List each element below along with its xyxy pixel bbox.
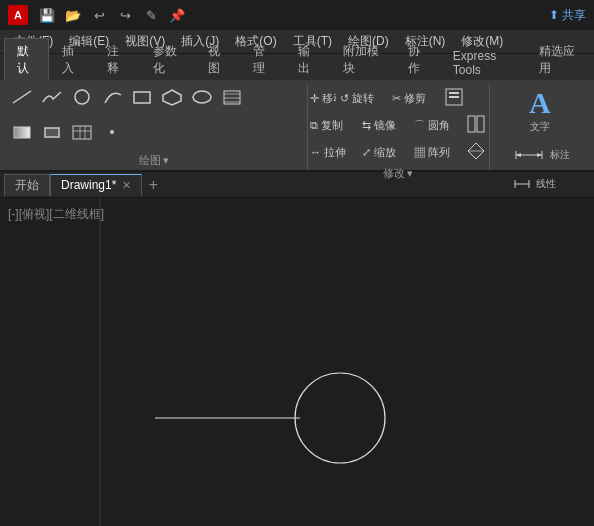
svg-marker-35 <box>537 153 542 157</box>
arc-tool-icon[interactable] <box>98 84 126 110</box>
ribbon-content: 绘图 ▾ ✛ 移动 ↺ 旋转 ✂ 修剪 <box>0 80 594 170</box>
linear-dim-tool[interactable] <box>510 171 534 197</box>
tab-default[interactable]: 默认 <box>4 38 49 81</box>
drawing-canvas[interactable] <box>0 198 594 526</box>
move-tool[interactable]: ✛ 移动 <box>308 84 336 110</box>
svg-rect-26 <box>477 116 484 132</box>
circle-tool-icon[interactable] <box>68 84 96 110</box>
table-tool-icon[interactable] <box>68 119 96 145</box>
ribbon: 默认 插入 注释 参数化 视图 管理 输出 附加模块 协作 Express To… <box>0 54 594 172</box>
svg-point-4 <box>193 91 211 103</box>
svg-marker-34 <box>516 153 521 157</box>
text-tool[interactable]: A 文字 <box>518 84 562 138</box>
doc-tab-drawing1[interactable]: Drawing1* ✕ <box>50 174 142 196</box>
modify-group-label[interactable]: 修改 ▾ <box>383 164 413 183</box>
undo-icon[interactable]: ↩ <box>88 4 110 26</box>
mod-icon2[interactable] <box>464 111 488 137</box>
dimension-label: 标注 <box>550 148 570 162</box>
dimension-tool[interactable] <box>510 142 548 168</box>
tab-express-tools[interactable]: Express Tools <box>440 44 526 81</box>
mirror-tool[interactable]: ⇆ 镜像 <box>360 111 410 137</box>
save-icon[interactable]: 💾 <box>36 4 58 26</box>
drawn-circle <box>295 373 385 463</box>
array-tool[interactable]: ▦ 阵列 <box>412 138 462 164</box>
svg-point-15 <box>110 130 114 134</box>
rect-tool-icon[interactable] <box>128 84 156 110</box>
ribbon-group-draw: 绘图 ▾ <box>4 84 308 170</box>
ellipse-tool-icon[interactable] <box>188 84 216 110</box>
tab-parametric[interactable]: 参数化 <box>140 38 195 81</box>
stretch-tool[interactable]: ↔ 拉伸 <box>308 138 358 164</box>
tab-annotate[interactable]: 注释 <box>94 38 139 81</box>
hatch-tool-icon[interactable] <box>218 84 246 110</box>
edit-icon[interactable]: ✎ <box>140 4 162 26</box>
svg-rect-11 <box>73 126 91 139</box>
svg-text:⧉ 复制: ⧉ 复制 <box>310 119 343 131</box>
doc-tab-start[interactable]: 开始 <box>4 174 50 196</box>
draw-group-chevron: ▾ <box>163 154 169 167</box>
svg-rect-25 <box>468 116 475 132</box>
tab-manage[interactable]: 管理 <box>240 38 285 81</box>
tab-featured[interactable]: 精选应用 <box>526 38 590 81</box>
rotate-tool[interactable]: ↺ 旋转 <box>338 84 388 110</box>
app-logo[interactable]: A <box>8 5 28 25</box>
open-icon[interactable]: 📂 <box>62 4 84 26</box>
tab-collaborate[interactable]: 协作 <box>395 38 440 81</box>
share-icon: ⬆ <box>549 8 559 22</box>
tab-addon[interactable]: 附加模块 <box>330 38 394 81</box>
svg-text:▦ 阵列: ▦ 阵列 <box>414 146 450 158</box>
svg-rect-10 <box>45 128 59 137</box>
gradient-tool-icon[interactable] <box>8 119 36 145</box>
copy-tool[interactable]: ⧉ 复制 <box>308 111 358 137</box>
ribbon-tabs: 默认 插入 注释 参数化 视图 管理 输出 附加模块 协作 Express To… <box>0 54 594 80</box>
prop-tool[interactable] <box>442 84 466 110</box>
svg-point-1 <box>75 90 89 104</box>
region-tool-icon[interactable] <box>38 119 66 145</box>
tab-output[interactable]: 输出 <box>285 38 330 81</box>
tab-view[interactable]: 视图 <box>195 38 240 81</box>
doc-tab-close-button[interactable]: ✕ <box>122 179 131 192</box>
polygon-tool-icon[interactable] <box>158 84 186 110</box>
view-label: [-][俯视][二维线框] <box>8 206 104 223</box>
svg-text:✛ 移动: ✛ 移动 <box>310 92 336 104</box>
line-tool-icon[interactable] <box>8 84 36 110</box>
ribbon-group-text: A 文字 标注 <box>492 84 590 170</box>
mod-icon3[interactable] <box>464 138 488 164</box>
share-button[interactable]: ⬆ 共享 <box>549 7 586 24</box>
doc-tab-add-button[interactable]: + <box>142 174 164 196</box>
canvas-area[interactable]: [-][俯视][二维线框] <box>0 198 594 526</box>
main-layout: [-][俯视][二维线框] <box>0 198 594 526</box>
svg-text:↔ 拉伸: ↔ 拉伸 <box>310 146 346 158</box>
trim-tool[interactable]: ✂ 修剪 <box>390 84 440 110</box>
draw-tools <box>8 84 301 151</box>
scale-tool[interactable]: ⤢ 缩放 <box>360 138 410 164</box>
svg-rect-2 <box>134 92 150 103</box>
linear-label: 线性 <box>536 177 556 191</box>
tab-insert[interactable]: 插入 <box>49 38 94 81</box>
share-area: ⬆ 共享 <box>549 7 586 24</box>
fillet-tool[interactable]: ⌒ 圆角 <box>412 111 462 137</box>
title-bar: A 💾 📂 ↩ ↪ ✎ 📌 ⬆ 共享 <box>0 0 594 30</box>
svg-text:↺ 旋转: ↺ 旋转 <box>340 92 374 104</box>
svg-text:⌒ 圆角: ⌒ 圆角 <box>414 119 450 131</box>
modify-group-chevron: ▾ <box>407 167 413 180</box>
draw-group-label[interactable]: 绘图 ▾ <box>139 151 169 170</box>
svg-text:✂ 修剪: ✂ 修剪 <box>392 92 426 104</box>
svg-rect-20 <box>449 92 459 94</box>
pin-icon[interactable]: 📌 <box>166 4 188 26</box>
svg-line-0 <box>13 91 31 103</box>
svg-text:⇆ 镜像: ⇆ 镜像 <box>362 119 396 131</box>
svg-rect-9 <box>14 127 30 138</box>
title-bar-icons: 💾 📂 ↩ ↪ ✎ 📌 <box>36 4 188 26</box>
svg-rect-21 <box>449 96 459 98</box>
svg-text:⤢ 缩放: ⤢ 缩放 <box>362 146 396 158</box>
point-tool-icon[interactable] <box>98 119 126 145</box>
modify-tools: ✛ 移动 ↺ 旋转 ✂ 修剪 ⧉ 复制 <box>308 84 488 164</box>
polyline-tool-icon[interactable] <box>38 84 66 110</box>
ribbon-group-modify: ✛ 移动 ↺ 旋转 ✂ 修剪 ⧉ 复制 <box>310 84 490 170</box>
redo-icon[interactable]: ↪ <box>114 4 136 26</box>
svg-marker-3 <box>163 90 181 105</box>
